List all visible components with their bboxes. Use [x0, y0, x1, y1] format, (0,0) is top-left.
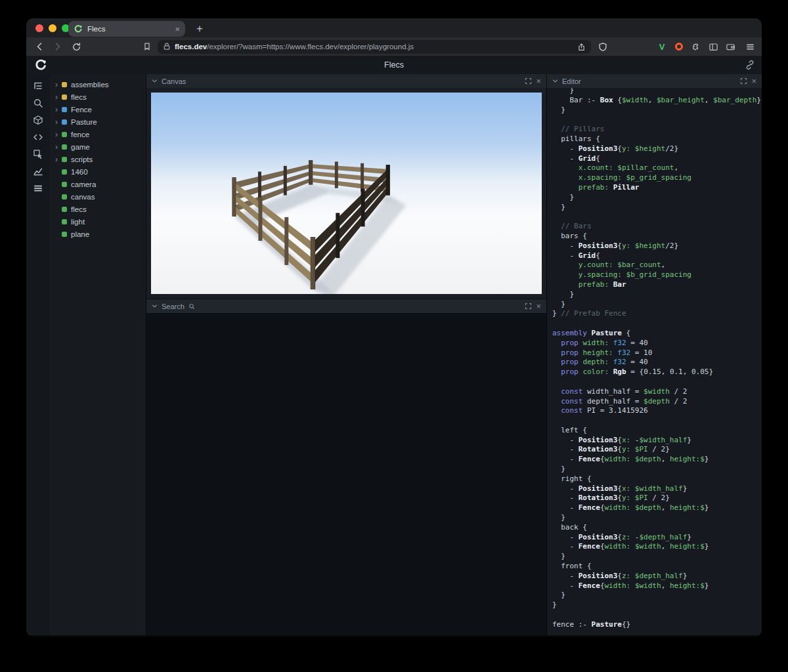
url-path: /explorer/?wasm=https://www.flecs.dev/ex…: [207, 43, 414, 51]
code-line: } // Prefab Fence: [552, 309, 756, 319]
screen: Flecs × + flecs.dev/explorer/?wasm=https…: [0, 0, 788, 672]
wallet-icon[interactable]: [724, 40, 737, 53]
search-body[interactable]: [146, 313, 546, 635]
close-icon[interactable]: ×: [751, 77, 756, 85]
chart-icon[interactable]: [33, 166, 43, 177]
code-line: }: [552, 513, 756, 523]
page-title: Flecs: [26, 60, 762, 70]
link-icon[interactable]: [745, 60, 755, 73]
chevron-right-icon[interactable]: ›: [55, 143, 62, 151]
tree-item-game[interactable]: ›game: [50, 140, 146, 153]
extension-orange-icon[interactable]: [672, 40, 686, 53]
bookmark-icon[interactable]: [141, 40, 154, 53]
search-icon[interactable]: [33, 98, 43, 108]
back-icon[interactable]: [33, 40, 46, 53]
3d-viewport[interactable]: [151, 93, 542, 294]
browser-window: Flecs × + flecs.dev/explorer/?wasm=https…: [26, 18, 762, 637]
entity-kind-swatch: [62, 182, 67, 187]
tree-item-Fence[interactable]: ›Fence: [50, 103, 146, 116]
extensions-puzzle-icon[interactable]: [690, 40, 703, 53]
expand-icon[interactable]: [525, 303, 532, 310]
tree-item-Pasture[interactable]: ›Pasture: [50, 116, 146, 128]
expand-icon[interactable]: [525, 77, 532, 85]
chevron-right-icon[interactable]: ›: [55, 156, 62, 163]
url-bar[interactable]: flecs.dev/explorer/?wasm=https://www.fle…: [158, 40, 591, 54]
code-line: - Grid{: [552, 251, 756, 261]
tree-icon[interactable]: [33, 81, 43, 91]
chevron-down-icon[interactable]: [152, 303, 158, 309]
chevron-right-icon[interactable]: ›: [55, 81, 62, 89]
pointer-icon[interactable]: [33, 149, 43, 159]
code-line: const depth_half = $depth / 2: [552, 397, 756, 407]
code-line: back {: [552, 523, 756, 533]
code-line: [552, 212, 756, 222]
code-line: - Rotation3{y: $PI / 2}: [552, 445, 756, 455]
search-icon: [188, 303, 195, 310]
cube-icon[interactable]: [33, 115, 43, 125]
tree-item-camera[interactable]: camera: [50, 178, 146, 190]
chevron-right-icon[interactable]: ›: [55, 118, 62, 126]
code-line: x.spacing: $p_grid_spacing: [552, 173, 756, 183]
code-line: prefab: Pillar: [552, 183, 756, 193]
close-icon[interactable]: ×: [536, 77, 541, 85]
tree-item-label: camera: [71, 180, 96, 188]
tree-item-label: scripts: [71, 156, 93, 163]
code-icon[interactable]: [33, 132, 43, 142]
code-line: left {: [552, 426, 756, 436]
tab-close-icon[interactable]: ×: [175, 25, 180, 33]
tree-item-assemblies[interactable]: ›assemblies: [50, 78, 146, 91]
editor-body[interactable]: } Bar :- Box {$width, $bar_height, $bar_…: [547, 88, 762, 635]
code-line: prefab: Bar: [552, 280, 756, 290]
tab-title: Flecs: [87, 25, 170, 33]
tree-item-1460[interactable]: 1460: [50, 165, 146, 178]
code-line: fence :- Pasture{}: [552, 620, 756, 630]
chevron-right-icon[interactable]: ›: [55, 93, 62, 101]
close-icon[interactable]: ×: [536, 302, 541, 310]
editor-panel: Editor × } Bar :- Box {$width, $bar_heig…: [547, 74, 762, 635]
code-line: bars {: [552, 232, 756, 242]
chevron-right-icon[interactable]: ›: [55, 106, 62, 114]
tree-item-label: Pasture: [71, 118, 97, 126]
entity-kind-swatch: [62, 157, 67, 162]
rows-icon[interactable]: [33, 183, 43, 194]
tree-item-label: Fence: [71, 106, 92, 114]
entity-kind-swatch: [62, 119, 67, 125]
code-line: prop color: Rgb = {0.15, 0.1, 0.05}: [552, 368, 756, 377]
chevron-down-icon[interactable]: [152, 78, 158, 84]
code-line: - Position3{y: $height/2}: [552, 144, 756, 154]
code-line: const PI = 3.1415926: [552, 406, 756, 416]
tree-item-fence[interactable]: ›fence: [50, 128, 146, 140]
code-line: - Position3{z: $depth_half}: [552, 572, 756, 581]
code-line: }: [552, 591, 756, 600]
editor-panel-header: Editor ×: [547, 74, 762, 88]
editor-code[interactable]: } Bar :- Box {$width, $bar_height, $bar_…: [547, 88, 762, 630]
code-line: // Bars: [552, 222, 756, 232]
tree-item-canvas[interactable]: canvas: [50, 190, 146, 203]
code-line: right {: [552, 474, 756, 484]
sidebar-toggle-icon[interactable]: [707, 40, 720, 53]
browser-toolbar: flecs.dev/explorer/?wasm=https://www.fle…: [26, 37, 762, 56]
new-tab-button[interactable]: +: [192, 21, 208, 37]
expand-icon[interactable]: [740, 77, 747, 85]
close-window-button[interactable]: [35, 24, 43, 32]
tree-item-label: canvas: [71, 193, 95, 201]
tree-item-scripts[interactable]: ›scripts: [50, 153, 146, 165]
tree-item-flecs[interactable]: flecs: [50, 203, 146, 215]
reload-icon[interactable]: [70, 40, 83, 53]
browser-tab[interactable]: Flecs ×: [68, 21, 185, 37]
tree-item-flecs[interactable]: ›flecs: [50, 91, 146, 103]
extension-v-icon[interactable]: V: [655, 40, 668, 53]
editor-panel-title: Editor: [562, 77, 581, 85]
chevron-right-icon[interactable]: ›: [55, 131, 62, 138]
tree-item-plane[interactable]: plane: [50, 228, 146, 240]
tree-item-light[interactable]: light: [50, 215, 146, 228]
menu-icon[interactable]: [743, 40, 756, 53]
code-line: prop height: f32 = 10: [552, 348, 756, 358]
code-line: }: [552, 465, 756, 474]
minimize-window-button[interactable]: [49, 24, 56, 32]
chevron-down-icon[interactable]: [552, 78, 558, 84]
share-icon[interactable]: [577, 43, 586, 51]
brave-shield-icon[interactable]: [596, 40, 609, 53]
extension-v-label: V: [659, 42, 665, 52]
forward-icon[interactable]: [51, 40, 64, 53]
